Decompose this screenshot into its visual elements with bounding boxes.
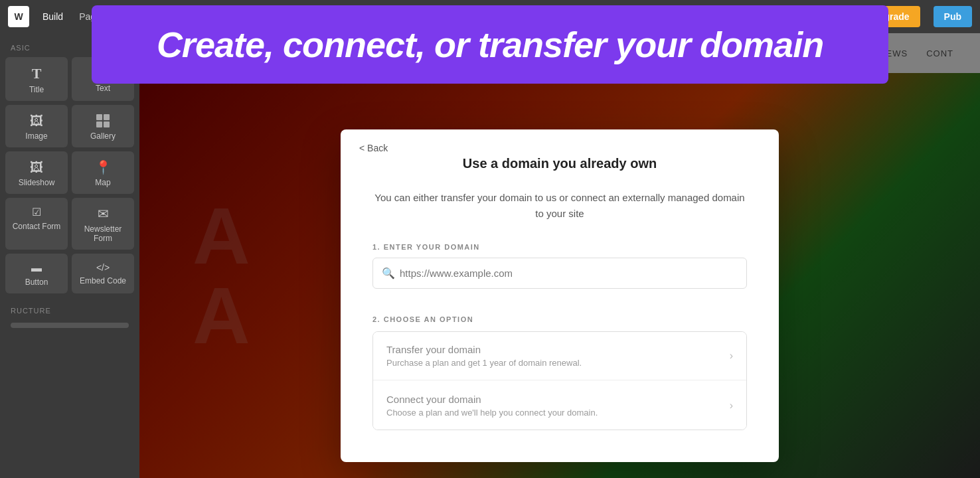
embed-code-icon: </> <box>96 263 110 272</box>
top-banner-text: Create, connect, or transfer your domain <box>118 24 862 65</box>
title-icon: T <box>32 66 42 81</box>
step1-label: 1. ENTER YOUR DOMAIN <box>372 243 747 251</box>
slideshow-icon: 🖼 <box>30 161 43 174</box>
nav-build[interactable]: Build <box>42 11 63 22</box>
sidebar-item-gallery-label: Gallery <box>90 131 116 141</box>
modal-overlay[interactable]: < Back Use a domain you already own You … <box>139 33 980 478</box>
transfer-domain-arrow-icon: › <box>730 350 733 362</box>
connect-domain-arrow-icon: › <box>730 400 733 412</box>
sidebar-item-button[interactable]: ▬ Button <box>5 254 68 293</box>
sidebar-item-title-label: Title <box>29 85 44 94</box>
sidebar-item-text-label: Text <box>96 84 110 93</box>
option-cards: Transfer your domain Purchase a plan and… <box>372 331 747 430</box>
modal-dialog: < Back Use a domain you already own You … <box>341 129 779 462</box>
domain-input[interactable] <box>372 258 747 289</box>
sidebar-item-newsletter-label: Newsletter Form <box>77 224 129 243</box>
left-sidebar: ASIC T Title ☰ Text 🖼 Image Gallery 🖼 Sl… <box>0 33 139 478</box>
gallery-icon <box>96 114 110 127</box>
sidebar-item-map[interactable]: 📍 Map <box>72 151 134 194</box>
modal-back-button[interactable]: < Back <box>359 143 388 153</box>
newsletter-form-icon: ✉ <box>98 207 109 220</box>
sidebar-item-embed-code[interactable]: </> Embed Code <box>72 254 134 293</box>
step2-label: 2. CHOOSE AN OPTION <box>372 315 747 323</box>
sidebar-item-newsletter-form[interactable]: ✉ Newsletter Form <box>72 198 134 250</box>
contact-form-icon: ☑ <box>32 207 41 218</box>
sidebar-item-slideshow[interactable]: 🖼 Slideshow <box>5 151 68 194</box>
sidebar-item-title[interactable]: T Title <box>5 57 68 101</box>
connect-domain-card[interactable]: Connect your domain Choose a plan and we… <box>373 382 746 430</box>
map-icon: 📍 <box>95 161 112 174</box>
modal-subtitle: You can either transfer your domain to u… <box>372 190 747 222</box>
top-banner: Create, connect, or transfer your domain <box>92 5 888 84</box>
connect-domain-title: Connect your domain <box>386 394 598 405</box>
domain-input-wrapper: 🔍 <box>372 258 747 289</box>
sidebar-item-slideshow-label: Slideshow <box>19 178 55 187</box>
sidebar-item-contact-form[interactable]: ☑ Contact Form <box>5 198 68 250</box>
connect-domain-desc: Choose a plan and we'll help you connect… <box>386 408 598 418</box>
sidebar-item-map-label: Map <box>95 178 110 187</box>
editor-logo: W <box>8 6 29 27</box>
sidebar-item-gallery[interactable]: Gallery <box>72 105 134 147</box>
sidebar-item-embed-label: Embed Code <box>80 276 126 285</box>
sidebar-item-image[interactable]: 🖼 Image <box>5 105 68 147</box>
sidebar-item-contact-form-label: Contact Form <box>13 222 61 231</box>
sidebar-grid: T Title ☰ Text 🖼 Image Gallery 🖼 Slidesh… <box>5 57 134 293</box>
publish-button[interactable]: Pub <box>934 6 972 27</box>
image-icon: 🖼 <box>30 114 43 127</box>
connect-domain-content: Connect your domain Choose a plan and we… <box>386 394 598 418</box>
transfer-domain-card[interactable]: Transfer your domain Purchase a plan and… <box>373 332 746 380</box>
sidebar-structure-label: RUCTURE <box>5 299 134 317</box>
main-content: NECTUR HOME MENU ABOUT NEWS CONT AA < Ba… <box>139 33 980 478</box>
transfer-domain-title: Transfer your domain <box>386 344 582 355</box>
transfer-domain-desc: Purchase a plan and get 1 year of domain… <box>386 358 582 368</box>
modal-title: Use a domain you already own <box>372 156 747 171</box>
transfer-domain-content: Transfer your domain Purchase a plan and… <box>386 344 582 368</box>
button-icon: ▬ <box>31 263 42 274</box>
sidebar-item-button-label: Button <box>25 278 48 287</box>
search-icon: 🔍 <box>382 267 395 279</box>
sidebar-item-image-label: Image <box>25 131 47 141</box>
